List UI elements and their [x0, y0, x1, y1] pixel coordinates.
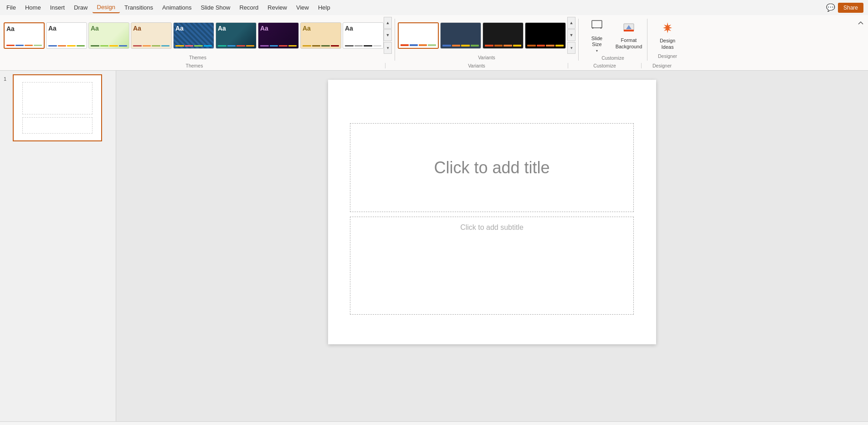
variants-scroll-up[interactable]: ▲ [567, 17, 575, 29]
customize-label: Customize [581, 54, 644, 62]
theme-thumb-1[interactable]: Aa [4, 22, 45, 49]
menu-help[interactable]: Help [313, 2, 335, 13]
notes-area[interactable]: Click to add notes [0, 421, 868, 425]
theme-thumb-9[interactable]: Aa [343, 22, 384, 49]
slide-size-label: SlideSize [591, 36, 602, 47]
menu-slideshow[interactable]: Slide Show [196, 2, 235, 13]
customize-section: SlideSize ▾ Format Background Customize [581, 17, 644, 62]
design-ideas-icon [661, 21, 674, 36]
ribbon-collapse-button[interactable] [857, 17, 864, 26]
slide-canvas[interactable]: Click to add title Click to add subtitle [328, 80, 656, 344]
main-content: 1 Click to add title Click to add subtit… [0, 71, 868, 421]
menu-record[interactable]: Record [235, 2, 263, 13]
title-placeholder[interactable]: Click to add title [350, 123, 634, 212]
themes-scroll-down[interactable]: ▼ [384, 29, 392, 41]
designer-section: Design Ideas Designer [650, 17, 685, 62]
menu-design[interactable]: Design [92, 2, 120, 13]
format-background-label: Format Background [615, 37, 642, 49]
slide-panel: 1 [0, 71, 116, 421]
format-background-button[interactable]: Format Background [613, 19, 644, 52]
format-background-icon [622, 21, 635, 36]
theme-thumb-2[interactable]: Aa [46, 22, 87, 49]
ribbon: Aa Aa [0, 15, 868, 62]
svg-rect-6 [624, 30, 634, 31]
designer-bottom-label: Designer [642, 63, 683, 68]
variant-thumb-3[interactable] [483, 22, 524, 49]
themes-section: Aa Aa [4, 17, 392, 62]
ribbon-labels-row: Themes Variants Customize Designer [0, 62, 868, 71]
title-placeholder-text: Click to add title [434, 158, 550, 177]
theme-thumb-8[interactable]: Aa [300, 22, 341, 49]
slide-number: 1 [4, 74, 10, 82]
variant-thumb-4[interactable] [525, 22, 566, 49]
design-ideas-button[interactable]: Design Ideas [652, 19, 683, 52]
svg-rect-0 [592, 21, 602, 28]
slide-size-icon [591, 18, 603, 34]
ribbon-divider-1 [395, 19, 395, 61]
variant-thumb-1[interactable] [398, 22, 439, 49]
variants-grid: ▲ ▼ ▾ [398, 17, 575, 54]
themes-scroll-area: Aa Aa [4, 17, 392, 54]
theme-thumb-5[interactable]: Aa [173, 22, 214, 49]
variants-scroll-buttons: ▲ ▼ ▾ [567, 17, 575, 54]
theme-thumb-7[interactable]: Aa [258, 22, 299, 49]
design-ideas-label: Design Ideas [654, 38, 681, 50]
menu-insert[interactable]: Insert [46, 2, 70, 13]
variants-bottom-label: Variants [385, 63, 568, 68]
variants-scroll-down[interactable]: ▼ [567, 29, 575, 41]
slide-size-dropdown-arrow: ▾ [596, 49, 598, 53]
themes-scroll-buttons: ▲ ▼ ▾ [384, 17, 392, 54]
menu-file[interactable]: File [2, 2, 21, 13]
variants-label: Variants [398, 54, 575, 62]
customize-bottom-label: Customize [568, 63, 641, 68]
slide-size-button[interactable]: SlideSize ▾ [581, 19, 612, 52]
menu-home[interactable]: Home [21, 2, 46, 13]
menu-view[interactable]: View [292, 2, 313, 13]
ribbon-divider-3 [647, 19, 647, 61]
variants-scroll-more[interactable]: ▾ [567, 42, 575, 54]
subtitle-placeholder[interactable]: Click to add subtitle [350, 217, 634, 315]
menu-draw[interactable]: Draw [69, 2, 92, 13]
themes-label: Themes [4, 54, 392, 62]
themes-grid: Aa Aa [4, 22, 384, 49]
variants-section: ▲ ▼ ▾ Variants [398, 17, 575, 62]
theme-thumb-4[interactable]: Aa [131, 22, 172, 49]
comments-icon[interactable]: 💬 [826, 3, 835, 12]
themes-scroll-up[interactable]: ▲ [384, 17, 392, 29]
subtitle-placeholder-text: Click to add subtitle [460, 223, 524, 232]
ribbon-divider-2 [578, 19, 579, 61]
designer-label: Designer [650, 52, 685, 61]
variant-thumb-2[interactable] [440, 22, 481, 49]
slide-thumbnail-container: 1 [4, 74, 112, 141]
menu-transitions[interactable]: Transitions [120, 2, 158, 13]
canvas-area[interactable]: Click to add title Click to add subtitle [116, 71, 868, 421]
slide-thumbnail[interactable] [13, 74, 102, 141]
share-button[interactable]: Share [838, 3, 863, 13]
theme-thumb-6[interactable]: Aa [216, 22, 257, 49]
menu-animations[interactable]: Animations [158, 2, 196, 13]
theme-thumb-3[interactable]: Aa [88, 22, 129, 49]
themes-bottom-label: Themes [4, 63, 385, 68]
menu-bar: File Home Insert Draw Design Transitions… [0, 0, 868, 15]
themes-scroll-more[interactable]: ▾ [384, 42, 392, 54]
menu-review[interactable]: Review [263, 2, 292, 13]
